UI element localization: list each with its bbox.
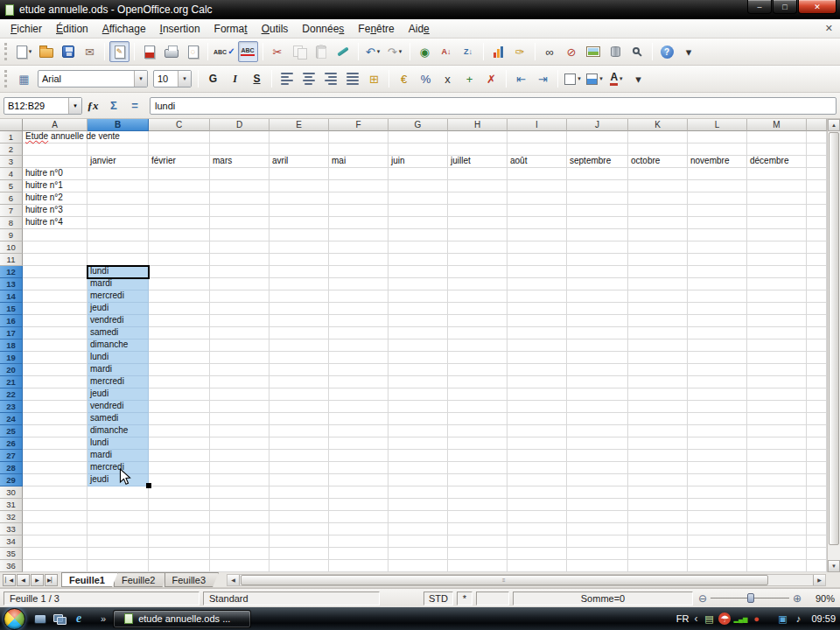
sheet-tab-feuille3[interactable]: Feuille3 (164, 572, 220, 587)
cell-L5[interactable] (688, 180, 747, 192)
cell-D2[interactable] (210, 144, 270, 156)
cell-A1[interactable]: Etude annuelle de vente (23, 131, 88, 144)
cell-x12[interactable] (807, 266, 827, 278)
cell-x24[interactable] (807, 413, 827, 425)
cell-I29[interactable] (508, 474, 567, 486)
add-decimal-button[interactable]: + (459, 68, 480, 89)
cell-D35[interactable] (210, 548, 270, 560)
cell-L29[interactable] (688, 474, 747, 486)
cell-B24[interactable]: samedi (88, 413, 149, 425)
horizontal-scrollbar[interactable]: ◀ ≡ ▶ (227, 574, 826, 586)
cell-x14[interactable] (807, 290, 827, 303)
col-header-F[interactable]: F (329, 119, 388, 131)
cell-K34[interactable] (628, 536, 688, 548)
cell-D17[interactable] (210, 327, 270, 340)
toolbar-more-button[interactable]: ▾ (679, 41, 699, 62)
row-header-28[interactable]: 28 (0, 462, 23, 474)
cell-A30[interactable] (23, 486, 88, 499)
zoom-slider-track[interactable] (710, 598, 789, 598)
cell-B28[interactable]: mercredi (88, 462, 149, 474)
cell-K31[interactable] (628, 499, 688, 511)
cell-L2[interactable] (688, 144, 747, 156)
spellcheck-button[interactable]: ABC✓ (213, 41, 236, 62)
cell-L25[interactable] (688, 425, 747, 438)
cell-H18[interactable] (448, 340, 508, 352)
cell-x6[interactable] (807, 192, 827, 205)
cell-F27[interactable] (329, 450, 388, 462)
cell-E7[interactable] (270, 205, 329, 217)
row-header-31[interactable]: 31 (0, 499, 23, 511)
cell-B18[interactable]: dimanche (88, 340, 149, 352)
borders-button-dropdown[interactable]: ▾ (578, 75, 581, 82)
cell-x2[interactable] (807, 144, 827, 156)
cell-K11[interactable] (628, 254, 688, 266)
cell-M32[interactable] (747, 511, 807, 523)
cell-A28[interactable] (23, 462, 88, 474)
cell-B12[interactable]: lundi (88, 266, 149, 278)
menu-item-3[interactable]: Insertion (153, 20, 207, 38)
cell-x28[interactable] (807, 462, 827, 474)
col-header-E[interactable]: E (270, 119, 329, 131)
cell-C27[interactable] (149, 450, 210, 462)
cell-K12[interactable] (628, 266, 688, 278)
cell-D29[interactable] (210, 474, 270, 486)
cell-L9[interactable] (688, 229, 747, 242)
col-header-partial[interactable] (807, 119, 827, 131)
cell-J31[interactable] (567, 499, 628, 511)
cell-E23[interactable] (270, 401, 329, 413)
cell-C12[interactable] (149, 266, 210, 278)
menu-item-4[interactable]: Format (207, 20, 255, 38)
cell-L26[interactable] (688, 438, 747, 450)
cell-A20[interactable] (23, 364, 88, 376)
cell-M6[interactable] (747, 192, 807, 205)
cell-D31[interactable] (210, 499, 270, 511)
cell-A7[interactable]: huitre n°3 (23, 205, 88, 217)
row-header-34[interactable]: 34 (0, 536, 23, 548)
cell-J2[interactable] (567, 144, 628, 156)
name-box-dropdown[interactable]: ▾ (68, 98, 81, 114)
cell-C18[interactable] (149, 340, 210, 352)
cell-J25[interactable] (567, 425, 628, 438)
paste-button[interactable] (312, 41, 332, 62)
last-sheet-button[interactable]: ▶▏ (45, 574, 58, 586)
cell-G34[interactable] (388, 536, 448, 548)
cell-G15[interactable] (388, 303, 448, 315)
cell-C10[interactable] (149, 242, 210, 254)
cell-F2[interactable] (329, 144, 388, 156)
cell-E11[interactable] (270, 254, 329, 266)
col-header-H[interactable]: H (448, 119, 508, 131)
zoom-in-icon[interactable]: ⊕ (793, 592, 802, 605)
cell-A32[interactable] (23, 511, 88, 523)
page-style-panel[interactable]: Standard (203, 592, 380, 606)
cell-H4[interactable] (448, 168, 508, 180)
cell-C4[interactable] (149, 168, 210, 180)
cell-E10[interactable] (270, 242, 329, 254)
cell-I6[interactable] (508, 192, 567, 205)
cell-C21[interactable] (149, 376, 210, 388)
cell-I23[interactable] (508, 401, 567, 413)
cell-J15[interactable] (567, 303, 628, 315)
merge-cells-button[interactable]: ⊞ (364, 68, 384, 89)
cell-E35[interactable] (270, 548, 329, 560)
cell-L35[interactable] (688, 548, 747, 560)
cell-E17[interactable] (270, 327, 329, 340)
cell-L21[interactable] (688, 376, 747, 388)
formula-input-line[interactable]: lundi (150, 97, 836, 115)
cell-M9[interactable] (747, 229, 807, 242)
cell-x16[interactable] (807, 315, 827, 327)
cell-G2[interactable] (388, 144, 448, 156)
cell-I3[interactable]: août (508, 156, 567, 168)
cell-M2[interactable] (747, 144, 807, 156)
cell-M34[interactable] (747, 536, 807, 548)
cell-B19[interactable]: lundi (88, 352, 149, 364)
cell-A4[interactable]: huitre n°0 (23, 168, 88, 180)
cell-I26[interactable] (508, 438, 567, 450)
cell-B35[interactable] (88, 548, 149, 560)
cell-L15[interactable] (688, 303, 747, 315)
cell-x18[interactable] (807, 340, 827, 352)
cell-J28[interactable] (567, 462, 628, 474)
cell-A26[interactable] (23, 438, 88, 450)
window-switcher-icon[interactable] (52, 611, 67, 626)
cell-H9[interactable] (448, 229, 508, 242)
cell-I15[interactable] (508, 303, 567, 315)
